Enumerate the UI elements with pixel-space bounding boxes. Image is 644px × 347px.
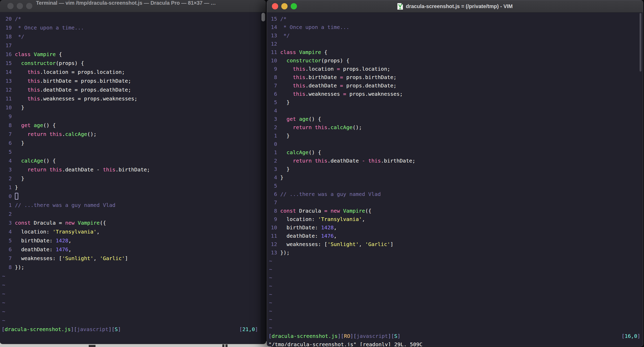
code-line: 2 } — [0, 174, 266, 183]
code-token: , — [362, 216, 365, 222]
window-title: Terminal — vim /tmp/dracula-screenshot.j… — [36, 0, 262, 12]
code-token: ] — [390, 241, 393, 247]
tilde-line: ~ — [267, 273, 643, 282]
line-number: 4 — [271, 173, 277, 182]
code-line: 5 — [0, 147, 266, 156]
code-token: calcAge — [65, 131, 87, 137]
vim-editor-left[interactable]: 20/*19 * Once upon a time...18 */1716cla… — [0, 12, 266, 344]
code-token: get — [287, 116, 299, 122]
code-token: */ — [15, 33, 24, 40]
line-text: } — [15, 139, 24, 147]
code-line: 0 — [0, 192, 266, 201]
code-token: const — [280, 208, 299, 214]
code-token: = — [343, 91, 349, 97]
scrollbar-thumb[interactable] — [261, 13, 265, 21]
line-number: 9 — [5, 112, 12, 121]
line-number: 8 — [5, 121, 12, 130]
tilde-line: ~ — [267, 324, 643, 332]
code-line: 20/* — [0, 14, 266, 23]
vim-statusline: [dracula-screenshot.js][RO][javascript][… — [267, 332, 643, 340]
code-line: 13 */ — [267, 31, 643, 40]
code-token: , — [334, 233, 337, 239]
code-token: Vampire — [299, 49, 321, 55]
code-token: .location = props.location; — [40, 69, 125, 75]
code-token: [ — [2, 326, 5, 332]
code-token: age — [34, 122, 43, 128]
code-token: , — [97, 229, 100, 235]
code-token: this — [27, 87, 40, 93]
code-token: get — [21, 122, 34, 128]
code-token: this — [293, 91, 305, 97]
line-number: 14 — [271, 23, 277, 31]
vim-document-icon — [397, 3, 403, 10]
code-line: 5 birthDate: 1428, — [0, 236, 266, 245]
code-line: 8 this.birthDate = props.birthDate; — [267, 73, 643, 81]
code-token: .birthDate; — [381, 158, 415, 164]
line-number: 1 — [271, 148, 277, 157]
code-token: ] — [118, 326, 121, 332]
line-text: class Vampire { — [280, 48, 327, 56]
tilde-lines: ~~~~~~~~~ — [267, 257, 643, 332]
line-text: deathDate: 1476, — [15, 245, 71, 254]
tilde-line: ~ — [0, 316, 266, 325]
line-number: 4 — [271, 106, 277, 115]
code-line: 15/* — [267, 15, 643, 23]
code-token: ][ — [350, 333, 356, 339]
tilde-line: ~ — [0, 280, 266, 289]
code-lines: 20/*19 * Once upon a time...18 */1716cla… — [0, 14, 266, 272]
code-token: Dracula — [299, 208, 324, 214]
tilde-line: ~ — [267, 298, 643, 307]
code-line: 1} — [0, 183, 266, 192]
scrollbar-thumb[interactable] — [640, 13, 641, 71]
code-token: Vampire — [78, 220, 100, 226]
terminal-window: Terminal — vim /tmp/dracula-screenshot.j… — [0, 0, 266, 344]
line-number: 1 — [5, 201, 12, 210]
line-number: 6 — [5, 139, 12, 147]
code-token — [15, 131, 27, 137]
code-token: (); — [353, 124, 362, 130]
line-text: class Vampire { — [15, 50, 62, 59]
minimize-button[interactable] — [17, 3, 23, 9]
code-token: dracula-screenshot.js — [272, 333, 338, 339]
code-line: 9 this.location = props.location; — [267, 65, 643, 73]
code-token: .location — [305, 66, 337, 72]
code-token: = — [340, 82, 346, 89]
code-token: (props) { — [56, 60, 84, 66]
terminal-titlebar[interactable]: Terminal — vim /tmp/dracula-screenshot.j… — [0, 0, 266, 12]
macvim-titlebar[interactable]: dracula-screenshot.js = (/private/tmp) -… — [267, 0, 643, 13]
code-token: this — [103, 166, 115, 173]
code-token: .deathDate - — [62, 166, 103, 173]
line-text: /* — [15, 14, 21, 23]
code-token: }); — [15, 264, 24, 270]
code-line: 7 — [267, 198, 643, 207]
line-number: 0 — [5, 192, 12, 201]
code-token: .deathDate = props.deathDate; — [40, 87, 131, 93]
line-text: weaknesses: ['Sunlight', 'Garlic'] — [280, 240, 393, 248]
code-line: 2 — [0, 210, 266, 218]
close-button[interactable] — [7, 3, 14, 9]
line-text: this.deathDate = props.deathDate; — [280, 81, 397, 90]
code-line: 3const Dracula = new Vampire({ — [0, 218, 266, 227]
code-token: birthDate: — [15, 237, 56, 244]
line-number: 5 — [271, 98, 277, 106]
vim-editor-right[interactable]: 15/*14 * Once upon a time...13 */1211cla… — [267, 13, 643, 346]
line-number: 2 — [5, 210, 12, 218]
line-number: 19 — [5, 23, 12, 32]
tilde-line: ~ — [0, 298, 266, 307]
zoom-button[interactable] — [26, 3, 32, 9]
code-line: 10 } — [0, 103, 266, 112]
tilde-line: ~ — [0, 272, 266, 280]
tilde-line: ~ — [267, 307, 643, 315]
code-token: = new — [324, 208, 343, 214]
code-line: 14 * Once upon a time... — [267, 23, 643, 31]
line-number: 8 — [271, 73, 277, 81]
scrollbar-track[interactable] — [261, 12, 266, 344]
line-number: 16 — [5, 50, 12, 59]
line-number: 1 — [271, 131, 277, 140]
line-number: 6 — [271, 90, 277, 98]
code-token: ({ — [100, 220, 106, 226]
code-line: 7 return this.calcAge(); — [0, 130, 266, 139]
code-token: */ — [280, 32, 290, 39]
code-line: 3 } — [267, 165, 643, 173]
code-token: dracula-screenshot.js — [5, 326, 71, 332]
